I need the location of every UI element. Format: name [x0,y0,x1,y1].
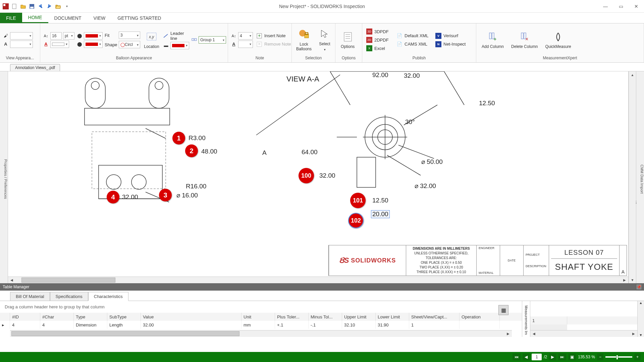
font-unit-select[interactable]: pt [63,32,74,40]
col-type[interactable]: Type [74,313,107,321]
remove-note-button[interactable]: ×Remove Note [255,41,295,48]
col-upper[interactable]: Upper Limit [342,313,376,321]
drawing-canvas[interactable]: 1 R3.00 2 48.00 R16.00 3 ⌀ 16.00 4 32.00… [8,71,629,283]
svg-rect-8 [195,39,197,41]
undo-icon[interactable] [37,3,44,10]
col-plus[interactable]: Plus Toler... [275,313,309,321]
file-tab[interactable]: FILE [0,13,22,23]
app-icon [2,3,9,10]
pub-verisurf-button[interactable]: VVerisurf [434,32,468,40]
side-hscroll[interactable]: ◀▶ [530,330,637,337]
tab-specifications[interactable]: Specifications [50,292,88,301]
zoom-in-button[interactable]: + [634,354,641,360]
col-unit[interactable]: Unit [241,313,275,321]
tab-characteristics[interactable]: Characteristics [88,292,128,301]
group-icon [191,37,197,43]
col-id[interactable]: #ID [10,313,40,321]
note-font-icon: A↕ [231,33,237,39]
maximize-button[interactable]: ▭ [613,0,629,13]
delete-column-button[interactable]: ×Delete Column [508,31,540,49]
pin-icon[interactable]: 📌 [636,284,642,290]
col-operation[interactable]: Operation [460,313,500,321]
balloon-100[interactable]: 100 [299,168,314,183]
open-icon[interactable] [19,3,27,10]
section-marker-a: A [262,149,267,157]
home-tab[interactable]: HOME [22,13,48,23]
quickmeasure-button[interactable]: QuickMeasure [542,31,574,49]
insert-note-button[interactable]: +Insert Note [255,32,295,40]
new-icon[interactable] [11,3,18,10]
page-input[interactable]: 1 [532,354,542,360]
pub-defaultxml-button[interactable]: 📄Default XML [395,32,432,40]
balloon-2[interactable]: 2 [185,144,198,157]
options-button[interactable]: Options [338,31,357,49]
column-chooser-button[interactable]: ▦ [498,305,508,315]
group-select[interactable]: Group 1 [199,36,226,44]
svg-rect-4 [30,7,34,8]
left-side-panel[interactable]: Properties / Preferences [0,71,8,283]
col-sheet[interactable]: Sheet/View/Capt... [409,313,460,321]
svg-text:x,y: x,y [149,35,154,39]
fill-selector[interactable] [10,32,33,40]
nav-next-button[interactable]: ▶ [549,354,556,360]
col-lower[interactable]: Lower Limit [376,313,409,321]
getting-started-tab[interactable]: GETTING STARTED [111,13,167,23]
leader-color-select[interactable] [170,42,189,49]
fit-page-button[interactable]: ▣ [568,354,576,360]
balloon-102[interactable]: 102 [348,213,364,228]
shape-select[interactable]: ◯ Circl [119,41,140,48]
note-color-select[interactable] [238,41,253,48]
pdf-2d-icon: 2D [366,37,372,43]
zoom-out-button[interactable]: − [597,354,603,360]
balloon-101[interactable]: 101 [350,193,366,208]
location-button[interactable]: x,y Location [142,31,161,49]
select-button[interactable]: Select▾ [315,28,334,51]
redo-icon[interactable] [46,3,53,10]
document-tab-pdf[interactable]: Annotation Views_.pdf [10,64,60,71]
pub-excel-button[interactable]: XExcel [365,45,393,52]
fit-select[interactable]: 3 [119,32,140,39]
view-tab[interactable]: VIEW [87,13,111,23]
balloon-fill-color[interactable] [84,41,103,48]
minimize-button[interactable]: — [598,0,613,13]
measurements-side-label[interactable]: Measurements Im [522,301,530,337]
nav-first-button[interactable]: ⏮ [513,354,521,360]
table-row[interactable]: ▸ 4 4 Dimension Length 32.00 mm +.1 -.1 … [0,321,522,329]
balloon-3[interactable]: 3 [159,189,172,201]
col-minus[interactable]: Minus Tol... [309,313,342,321]
col-value[interactable]: Value [141,313,241,321]
col-char[interactable]: #Char [40,313,74,321]
folder-open-icon[interactable] [54,3,62,10]
side-vscroll[interactable]: ▲▼ [637,301,644,337]
grid-hscroll[interactable]: ◀▶ [10,330,512,337]
add-column-button[interactable]: +Add Column [479,31,506,49]
part-name: SHAFT YOKE [555,262,613,272]
balloon-4[interactable]: 4 [107,191,119,203]
pub-2dpdf-button[interactable]: 2D2DPDF [365,36,393,44]
balloon-1[interactable]: 1 [172,132,185,144]
canvas-hscroll[interactable]: ◀▶ [8,277,628,283]
balloon-line-color[interactable] [84,32,103,40]
lock-balloons-button[interactable]: Lock Balloons [294,28,313,52]
col-subtype[interactable]: SubType [107,313,141,321]
dim-r1600: R16.00 [186,183,206,190]
nav-last-button[interactable]: ⏭ [558,354,566,360]
text-style-selector[interactable] [10,41,33,48]
right-panel-cmm[interactable]: CMM Data Import [640,165,644,194]
side-col[interactable]: 1 [530,316,567,324]
pub-netinspect-button[interactable]: NNet-Inspect [434,41,468,48]
save-icon[interactable] [28,3,36,10]
leader-line-toggle[interactable]: Leader line [163,31,189,41]
pub-camsxml-button[interactable]: 📄CAMS XML [395,41,432,48]
nav-prev-button[interactable]: ◀ [523,354,530,360]
font-color-select[interactable] [50,41,69,48]
note-font-size[interactable]: 4 [238,32,253,40]
zoom-slider[interactable] [605,356,632,358]
font-size-input[interactable]: 16 [50,32,62,40]
pub-3dpdf-button[interactable]: 3D3DPDF [365,28,393,35]
document-tab[interactable]: DOCUMENT [48,13,88,23]
qat-customize-icon[interactable]: ▾ [63,3,70,10]
canvas-vscroll[interactable]: ▲▼ [629,71,636,283]
close-button[interactable]: ✕ [629,0,644,13]
tab-bom[interactable]: Bill Of Material [10,292,50,301]
